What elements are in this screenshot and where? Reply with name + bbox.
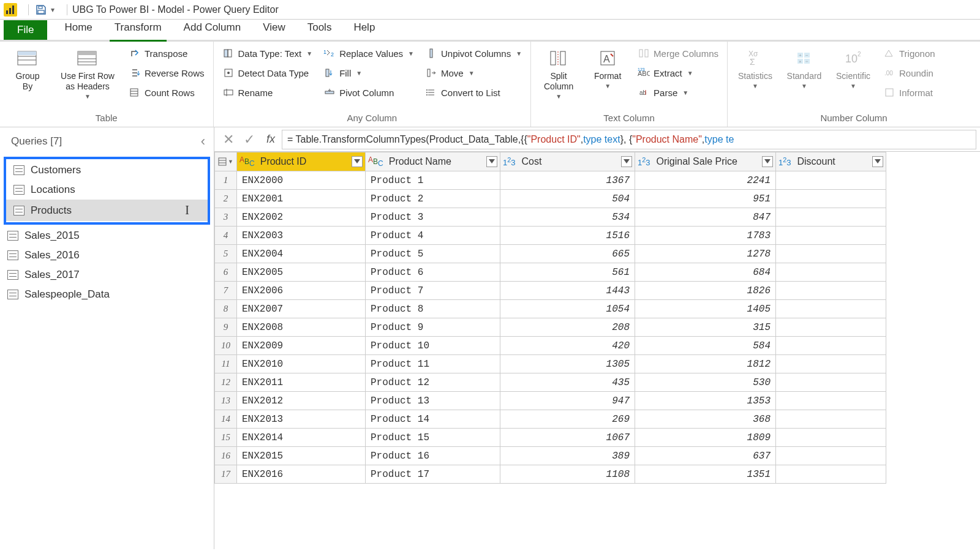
query-item-sales_2017[interactable]: Sales_2017 bbox=[0, 265, 214, 285]
replace-values-button[interactable]: 12Replace Values▼ bbox=[320, 45, 418, 61]
table-row[interactable]: 2ENX2001Product 2504951 bbox=[215, 190, 886, 208]
cell[interactable]: 1783 bbox=[635, 227, 776, 245]
cell[interactable]: 389 bbox=[500, 447, 635, 465]
cell[interactable]: 637 bbox=[635, 447, 776, 465]
column-filter-button[interactable] bbox=[762, 156, 773, 167]
fill-button[interactable]: Fill▼ bbox=[320, 65, 418, 81]
table-row[interactable]: 3ENX2002Product 3534847 bbox=[215, 208, 886, 227]
format-button[interactable]: A Format ▼ bbox=[585, 45, 630, 92]
cell[interactable]: Product 8 bbox=[366, 300, 500, 318]
table-row[interactable]: 17ENX2016Product 1711081351 bbox=[215, 465, 886, 484]
cell[interactable]: 1054 bbox=[500, 300, 635, 318]
row-number[interactable]: 9 bbox=[215, 318, 237, 337]
cell[interactable]: 1405 bbox=[635, 300, 776, 318]
cell[interactable]: 2241 bbox=[635, 171, 776, 190]
cell[interactable]: Product 9 bbox=[366, 318, 500, 337]
cell[interactable]: ENX2006 bbox=[237, 282, 366, 300]
query-item-customers[interactable]: Customers bbox=[6, 160, 208, 180]
save-button[interactable] bbox=[34, 2, 48, 17]
cell[interactable]: ENX2009 bbox=[237, 337, 366, 355]
cell[interactable]: 847 bbox=[635, 208, 776, 227]
cell[interactable]: 1108 bbox=[500, 465, 635, 484]
cell[interactable]: ENX2003 bbox=[237, 227, 366, 245]
parse-button[interactable]: abParse▼ bbox=[634, 84, 722, 100]
cell[interactable]: 665 bbox=[500, 245, 635, 263]
cell[interactable]: 208 bbox=[500, 318, 635, 337]
split-column-button[interactable]: Split Column ▼ bbox=[536, 45, 581, 102]
cell[interactable]: ENX2016 bbox=[237, 465, 366, 484]
column-header-product-name[interactable]: ABCProduct Name bbox=[366, 152, 500, 171]
table-row[interactable]: 14ENX2013Product 14269368 bbox=[215, 410, 886, 429]
column-header-discount[interactable]: 123Discount bbox=[776, 152, 886, 171]
query-item-salespeople_data[interactable]: Salespeople_Data bbox=[0, 285, 214, 304]
merge-columns-button[interactable]: Merge Columns bbox=[634, 45, 722, 61]
cell[interactable]: 1351 bbox=[635, 465, 776, 484]
cell[interactable]: ENX2015 bbox=[237, 447, 366, 465]
query-item-sales_2016[interactable]: Sales_2016 bbox=[0, 246, 214, 265]
tab-add-column[interactable]: Add Column bbox=[173, 18, 252, 40]
cell[interactable]: 1367 bbox=[500, 171, 635, 190]
cell[interactable]: Product 17 bbox=[366, 465, 500, 484]
cell[interactable] bbox=[776, 300, 886, 318]
cell[interactable]: 1812 bbox=[635, 355, 776, 373]
fx-button[interactable]: fx bbox=[260, 133, 282, 146]
cell[interactable] bbox=[776, 429, 886, 447]
cell[interactable] bbox=[776, 447, 886, 465]
qat-toggle[interactable]: ▾ bbox=[51, 6, 55, 14]
reverse-rows-button[interactable]: Reverse Rows bbox=[125, 65, 208, 81]
detect-data-type-button[interactable]: Detect Data Type bbox=[219, 65, 317, 81]
table-row[interactable]: 7ENX2006Product 714431826 bbox=[215, 282, 886, 300]
cell[interactable] bbox=[776, 337, 886, 355]
cell[interactable] bbox=[776, 392, 886, 410]
cell[interactable]: Product 6 bbox=[366, 263, 500, 282]
convert-to-list-button[interactable]: Convert to List bbox=[421, 84, 526, 100]
table-row[interactable]: 13ENX2012Product 139471353 bbox=[215, 392, 886, 410]
tab-home[interactable]: Home bbox=[53, 18, 103, 40]
tab-file[interactable]: File bbox=[4, 20, 47, 40]
use-first-row-button[interactable]: Use First Row as Headers ▼ bbox=[54, 45, 121, 102]
column-filter-button[interactable] bbox=[872, 156, 883, 167]
cell[interactable]: 584 bbox=[635, 337, 776, 355]
cell[interactable] bbox=[776, 318, 886, 337]
cell[interactable]: 1443 bbox=[500, 282, 635, 300]
cell[interactable]: Product 10 bbox=[366, 337, 500, 355]
cell[interactable]: 435 bbox=[500, 373, 635, 392]
cell[interactable]: ENX2001 bbox=[237, 190, 366, 208]
cell[interactable]: 561 bbox=[500, 263, 635, 282]
statistics-button[interactable]: XσΣ Statistics ▼ bbox=[733, 45, 778, 92]
cell[interactable]: ENX2005 bbox=[237, 263, 366, 282]
cell[interactable]: Product 14 bbox=[366, 410, 500, 429]
table-row[interactable]: 12ENX2011Product 12435530 bbox=[215, 373, 886, 392]
column-filter-button[interactable] bbox=[621, 156, 632, 167]
cell[interactable] bbox=[776, 355, 886, 373]
table-row[interactable]: 8ENX2007Product 810541405 bbox=[215, 300, 886, 318]
column-filter-button[interactable] bbox=[352, 156, 363, 167]
unpivot-button[interactable]: Unpivot Columns▼ bbox=[421, 45, 526, 61]
table-row[interactable]: 6ENX2005Product 6561684 bbox=[215, 263, 886, 282]
row-number[interactable]: 6 bbox=[215, 263, 237, 282]
cell[interactable]: ENX2010 bbox=[237, 355, 366, 373]
cell[interactable]: ENX2011 bbox=[237, 373, 366, 392]
cell[interactable]: 269 bbox=[500, 410, 635, 429]
cell[interactable] bbox=[776, 410, 886, 429]
table-row[interactable]: 16ENX2015Product 16389637 bbox=[215, 447, 886, 465]
cell[interactable]: 1353 bbox=[635, 392, 776, 410]
query-item-locations[interactable]: Locations bbox=[6, 180, 208, 200]
table-row[interactable]: 5ENX2004Product 56651278 bbox=[215, 245, 886, 263]
cell[interactable]: Product 11 bbox=[366, 355, 500, 373]
row-number[interactable]: 15 bbox=[215, 429, 237, 447]
cell[interactable]: Product 15 bbox=[366, 429, 500, 447]
cell[interactable]: Product 13 bbox=[366, 392, 500, 410]
cell[interactable]: ENX2007 bbox=[237, 300, 366, 318]
move-button[interactable]: Move▼ bbox=[421, 65, 526, 81]
data-type-button[interactable]: Data Type: Text▼ bbox=[219, 45, 317, 61]
row-number[interactable]: 5 bbox=[215, 245, 237, 263]
cell[interactable]: ENX2013 bbox=[237, 410, 366, 429]
table-row[interactable]: 15ENX2014Product 1510671809 bbox=[215, 429, 886, 447]
cell[interactable] bbox=[776, 465, 886, 484]
count-rows-button[interactable]: Count Rows bbox=[125, 84, 208, 100]
extract-button[interactable]: ABC123Extract▼ bbox=[634, 65, 722, 81]
cell[interactable]: 420 bbox=[500, 337, 635, 355]
cell[interactable]: 684 bbox=[635, 263, 776, 282]
cell[interactable]: 534 bbox=[500, 208, 635, 227]
